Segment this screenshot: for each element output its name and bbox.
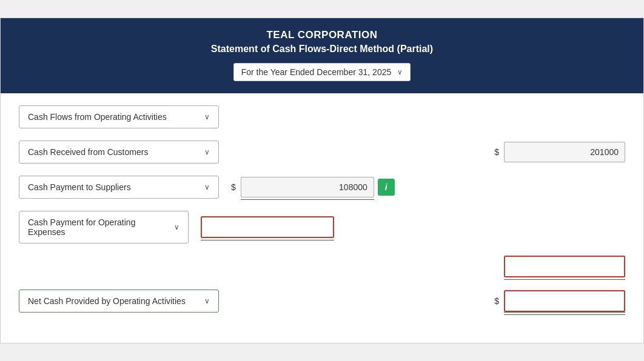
operating-activities-dropdown[interactable]: Cash Flows from Operating Activities ∨ (19, 105, 219, 128)
net-cash-chevron-icon: ∨ (204, 297, 210, 305)
cash-received-dollar: $ (494, 147, 499, 157)
cash-payment-suppliers-dollar: $ (231, 182, 236, 192)
subtotal-input-wrapper (504, 256, 625, 277)
cash-received-input[interactable] (504, 142, 625, 162)
period-chevron-icon: ∨ (397, 68, 403, 76)
net-cash-dollar: $ (494, 296, 499, 306)
cash-payment-suppliers-chevron-icon: ∨ (204, 183, 210, 191)
operating-activities-chevron-icon: ∨ (204, 113, 210, 121)
subtotal-input[interactable] (504, 256, 625, 277)
cash-payment-operating-chevron-icon: ∨ (174, 223, 179, 231)
cash-received-chevron-icon: ∨ (204, 148, 210, 156)
subtotal-row (19, 256, 625, 277)
header: TEAL CORPORATION Statement of Cash Flows… (1, 18, 643, 93)
cash-received-row: Cash Received from Customers ∨ $ (19, 141, 625, 164)
net-cash-row: Net Cash Provided by Operating Activitie… (19, 290, 625, 313)
body-content: Cash Flows from Operating Activities ∨ C… (1, 93, 643, 343)
cash-payment-suppliers-input[interactable] (241, 177, 374, 197)
cash-payment-operating-dropdown[interactable]: Cash Payment for Operating Expenses ∨ (19, 211, 189, 243)
cash-received-dropdown[interactable]: Cash Received from Customers ∨ (19, 141, 219, 164)
net-cash-input[interactable] (504, 290, 625, 312)
net-cash-dropdown[interactable]: Net Cash Provided by Operating Activitie… (19, 290, 219, 313)
net-cash-input-wrapper (504, 290, 625, 312)
main-container: TEAL CORPORATION Statement of Cash Flows… (0, 18, 644, 343)
cash-payment-operating-label: Cash Payment for Operating Expenses (28, 217, 168, 237)
cash-payment-operating-row: Cash Payment for Operating Expenses ∨ (19, 211, 625, 243)
cash-payment-suppliers-row: Cash Payment to Suppliers ∨ $ i (19, 176, 625, 199)
info-button[interactable]: i (378, 179, 395, 196)
operating-activities-row: Cash Flows from Operating Activities ∨ (19, 105, 625, 128)
cash-payment-operating-input[interactable] (201, 216, 334, 238)
suppliers-input-wrapper (241, 177, 374, 197)
period-label: For the Year Ended December 31, 2025 (241, 67, 392, 77)
period-dropdown[interactable]: For the Year Ended December 31, 2025 ∨ (233, 63, 411, 81)
report-title: Statement of Cash Flows-Direct Method (P… (13, 44, 631, 55)
operating-activities-label: Cash Flows from Operating Activities (28, 112, 167, 122)
company-name: TEAL CORPORATION (13, 29, 631, 41)
operating-expenses-input-wrapper (201, 216, 334, 238)
cash-payment-suppliers-label: Cash Payment to Suppliers (28, 182, 131, 192)
net-cash-label: Net Cash Provided by Operating Activitie… (28, 296, 186, 306)
cash-payment-suppliers-dropdown[interactable]: Cash Payment to Suppliers ∨ (19, 176, 219, 199)
cash-received-label: Cash Received from Customers (28, 147, 148, 157)
